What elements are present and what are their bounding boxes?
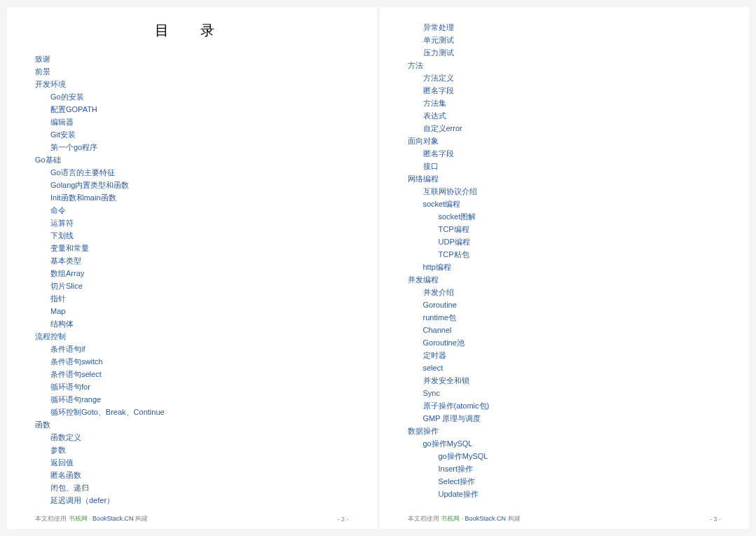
toc-link[interactable]: 基本类型 bbox=[35, 254, 349, 267]
toc-link[interactable]: TCP粘包 bbox=[408, 248, 722, 261]
toc-link[interactable]: 匿名函数 bbox=[35, 469, 349, 481]
toc-link[interactable]: socket编程 bbox=[408, 198, 722, 210]
toc-link[interactable]: 并发安全和锁 bbox=[408, 374, 722, 387]
toc-link[interactable]: Go基础 bbox=[35, 153, 349, 166]
toc-link[interactable]: Go的安装 bbox=[35, 90, 349, 103]
toc-link[interactable]: runtime包 bbox=[408, 311, 722, 324]
toc-link[interactable]: 原子操作(atomic包) bbox=[408, 399, 722, 412]
toc-list-right: 异常处理单元测试压力测试方法方法定义匿名字段方法集表达式自定义error面向对象… bbox=[408, 21, 722, 500]
toc-link[interactable]: Select操作 bbox=[408, 475, 722, 488]
toc-link[interactable]: 变量和常量 bbox=[35, 242, 349, 254]
toc-link[interactable]: TCP编程 bbox=[408, 223, 722, 235]
toc-link[interactable]: 方法 bbox=[408, 59, 722, 71]
toc-link[interactable]: 方法定义 bbox=[408, 71, 722, 84]
toc-link[interactable]: 表达式 bbox=[408, 109, 722, 122]
toc-link[interactable]: 压力测试 bbox=[408, 46, 722, 59]
footer-brand[interactable]: 书栈网 bbox=[69, 515, 88, 522]
toc-link[interactable]: 开发环境 bbox=[35, 78, 349, 90]
toc-link[interactable]: 前景 bbox=[35, 65, 349, 78]
page-left: 目 录 致谢前景开发环境Go的安装配置GOPATH编辑器Git安装第一个go程序… bbox=[7, 7, 377, 529]
toc-link[interactable]: 并发介绍 bbox=[408, 286, 722, 298]
toc-link[interactable]: 函数定义 bbox=[35, 431, 349, 444]
toc-link[interactable]: 自定义error bbox=[408, 122, 722, 135]
footer-left: 本文档使用 书栈网 · BookStack.CN 构建 - 2 - bbox=[35, 511, 349, 523]
footer-site[interactable]: BookStack.CN bbox=[92, 515, 134, 522]
toc-link[interactable]: go操作MySQL bbox=[408, 437, 722, 450]
toc-link[interactable]: Goroutine bbox=[408, 298, 722, 311]
toc-link[interactable]: 并发编程 bbox=[408, 273, 722, 286]
toc-link[interactable]: 网络编程 bbox=[408, 172, 722, 185]
toc-link[interactable]: 运算符 bbox=[35, 217, 349, 229]
footer-site[interactable]: BookStack.CN bbox=[465, 515, 507, 522]
toc-link[interactable]: 循环语句for bbox=[35, 380, 349, 393]
toc-link[interactable]: 流程控制 bbox=[35, 330, 349, 343]
toc-link[interactable]: 下划线 bbox=[35, 229, 349, 242]
toc-link[interactable]: 互联网协议介绍 bbox=[408, 185, 722, 198]
toc-link[interactable]: Go语言的主要特征 bbox=[35, 166, 349, 179]
toc-link[interactable]: Sync bbox=[408, 387, 722, 399]
toc-link[interactable]: 条件语句if bbox=[35, 343, 349, 355]
toc-link[interactable]: 接口 bbox=[408, 160, 722, 172]
toc-link[interactable]: 返回值 bbox=[35, 456, 349, 469]
toc-link[interactable]: 方法集 bbox=[408, 97, 722, 109]
toc-link[interactable]: Git安装 bbox=[35, 128, 349, 141]
toc-link[interactable]: go操作MySQL bbox=[408, 450, 722, 462]
footer-text-right: 本文档使用 书栈网 · BookStack.CN 构建 bbox=[408, 514, 521, 523]
toc-link[interactable]: UDP编程 bbox=[408, 235, 722, 248]
toc-link[interactable]: 数组Array bbox=[35, 267, 349, 280]
toc-link[interactable]: GMP 原理与调度 bbox=[408, 412, 722, 425]
toc-link[interactable]: 面向对象 bbox=[408, 135, 722, 147]
toc-link[interactable]: select bbox=[408, 362, 722, 374]
toc-link[interactable]: 循环控制Goto、Break、Continue bbox=[35, 406, 349, 418]
toc-link[interactable]: 单元测试 bbox=[408, 34, 722, 46]
toc-link[interactable]: 延迟调用（defer） bbox=[35, 494, 349, 507]
toc-link[interactable]: 编辑器 bbox=[35, 116, 349, 128]
toc-link[interactable]: 异常处理 bbox=[408, 21, 722, 34]
page-right: 异常处理单元测试压力测试方法方法定义匿名字段方法集表达式自定义error面向对象… bbox=[380, 7, 750, 529]
toc-link[interactable]: 参数 bbox=[35, 444, 349, 456]
toc-link[interactable]: Update操作 bbox=[408, 488, 722, 500]
footer-prefix: 本文档使用 bbox=[35, 515, 69, 522]
toc-link[interactable]: 函数 bbox=[35, 418, 349, 431]
toc-link[interactable]: Init函数和main函数 bbox=[35, 191, 349, 204]
footer-brand[interactable]: 书栈网 bbox=[441, 515, 460, 522]
toc-link[interactable]: Insert操作 bbox=[408, 462, 722, 475]
toc-link[interactable]: 切片Slice bbox=[35, 280, 349, 292]
toc-link[interactable]: Golang内置类型和函数 bbox=[35, 179, 349, 191]
footer-suffix: 构建 bbox=[134, 515, 149, 522]
toc-link[interactable]: http编程 bbox=[408, 261, 722, 273]
page-left-content: 目 录 致谢前景开发环境Go的安装配置GOPATH编辑器Git安装第一个go程序… bbox=[35, 21, 349, 511]
toc-link[interactable]: Channel bbox=[408, 324, 722, 336]
toc-link[interactable]: 致谢 bbox=[35, 53, 349, 65]
toc-link[interactable]: socket图解 bbox=[408, 210, 722, 223]
toc-link[interactable]: 第一个go程序 bbox=[35, 141, 349, 153]
toc-link[interactable]: 结构体 bbox=[35, 317, 349, 330]
page-number-right: - 3 - bbox=[710, 516, 721, 523]
toc-link[interactable]: Map bbox=[35, 305, 349, 317]
toc-link[interactable]: 指针 bbox=[35, 292, 349, 305]
footer-prefix: 本文档使用 bbox=[408, 515, 441, 522]
toc-link[interactable]: 匿名字段 bbox=[408, 84, 722, 97]
toc-link[interactable]: 命令 bbox=[35, 204, 349, 217]
footer-suffix: 构建 bbox=[506, 515, 521, 522]
footer-text-left: 本文档使用 书栈网 · BookStack.CN 构建 bbox=[35, 514, 148, 523]
page-right-content: 异常处理单元测试压力测试方法方法定义匿名字段方法集表达式自定义error面向对象… bbox=[408, 21, 722, 511]
toc-link[interactable]: 定时器 bbox=[408, 349, 722, 362]
toc-list-left: 致谢前景开发环境Go的安装配置GOPATH编辑器Git安装第一个go程序Go基础… bbox=[35, 53, 349, 507]
toc-link[interactable]: 闭包、递归 bbox=[35, 481, 349, 494]
footer-right: 本文档使用 书栈网 · BookStack.CN 构建 - 3 - bbox=[408, 511, 722, 523]
toc-link[interactable]: 循环语句range bbox=[35, 393, 349, 406]
toc-title: 目 录 bbox=[35, 21, 349, 40]
toc-link[interactable]: 配置GOPATH bbox=[35, 103, 349, 116]
page-number-left: - 2 - bbox=[337, 516, 348, 523]
footer-sep: · bbox=[460, 515, 465, 522]
toc-link[interactable]: 匿名字段 bbox=[408, 147, 722, 160]
toc-link[interactable]: 条件语句select bbox=[35, 368, 349, 380]
toc-link[interactable]: Goroutine池 bbox=[408, 336, 722, 349]
toc-link[interactable]: 数据操作 bbox=[408, 425, 722, 437]
toc-link[interactable]: 条件语句switch bbox=[35, 355, 349, 368]
footer-sep: · bbox=[88, 515, 93, 522]
